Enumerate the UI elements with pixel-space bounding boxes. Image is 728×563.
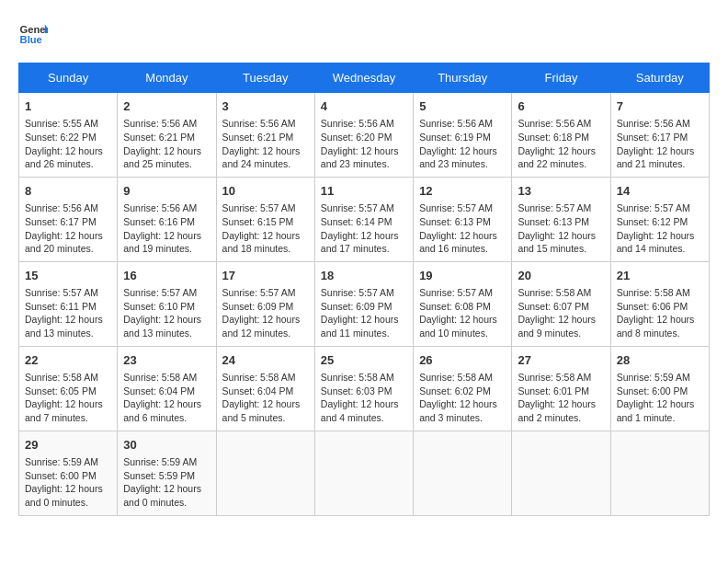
- calendar-cell: 19Sunrise: 5:57 AMSunset: 6:08 PMDayligh…: [414, 261, 512, 346]
- day-number: 30: [123, 437, 210, 454]
- day-info-line: Sunset: 6:21 PM: [222, 131, 309, 144]
- day-info-line: Sunrise: 5:57 AM: [617, 201, 703, 215]
- day-header-tuesday: Tuesday: [216, 63, 314, 93]
- day-info-line: Sunrise: 5:59 AM: [123, 455, 210, 469]
- day-info-line: Sunset: 6:16 PM: [123, 215, 210, 229]
- day-number: 6: [518, 98, 604, 115]
- calendar-week-2: 8Sunrise: 5:56 AMSunset: 6:17 PMDaylight…: [19, 177, 710, 261]
- day-number: 2: [123, 98, 210, 115]
- calendar-cell: 11Sunrise: 5:57 AMSunset: 6:14 PMDayligh…: [314, 177, 413, 261]
- calendar-cell: 14Sunrise: 5:57 AMSunset: 6:12 PMDayligh…: [610, 177, 709, 261]
- day-info-line: Daylight: 12 hours: [123, 313, 210, 327]
- day-info-line: and 13 minutes.: [123, 327, 210, 340]
- day-info-line: Daylight: 12 hours: [419, 313, 506, 327]
- calendar-week-1: 1Sunrise: 5:55 AMSunset: 6:22 PMDaylight…: [19, 93, 710, 178]
- day-info-line: Daylight: 12 hours: [617, 144, 703, 158]
- day-info-line: Sunset: 6:00 PM: [617, 385, 703, 398]
- calendar-cell: 3Sunrise: 5:56 AMSunset: 6:21 PMDaylight…: [216, 93, 314, 178]
- day-info-line: Sunrise: 5:58 AM: [419, 371, 506, 385]
- day-number: 28: [617, 352, 703, 369]
- day-info-line: Sunset: 6:12 PM: [617, 215, 703, 229]
- calendar-cell: 10Sunrise: 5:57 AMSunset: 6:15 PMDayligh…: [216, 177, 314, 261]
- calendar-cell: [414, 431, 512, 515]
- day-info-line: and 7 minutes.: [25, 411, 111, 425]
- day-info-line: and 23 minutes.: [419, 157, 506, 171]
- day-info-line: Daylight: 12 hours: [321, 229, 407, 243]
- day-info-line: and 0 minutes.: [123, 496, 210, 510]
- day-number: 20: [518, 268, 604, 284]
- day-number: 21: [617, 268, 703, 284]
- day-info-line: and 20 minutes.: [25, 242, 111, 256]
- calendar-cell: 7Sunrise: 5:56 AMSunset: 6:17 PMDaylight…: [610, 93, 709, 178]
- day-info-line: Sunrise: 5:58 AM: [518, 371, 604, 385]
- day-info-line: and 0 minutes.: [25, 496, 111, 510]
- day-info-line: Daylight: 12 hours: [25, 229, 111, 243]
- calendar-cell: 2Sunrise: 5:56 AMSunset: 6:21 PMDaylight…: [118, 93, 216, 178]
- day-info-line: Sunset: 6:14 PM: [321, 215, 407, 229]
- day-info-line: and 4 minutes.: [321, 411, 407, 425]
- calendar-cell: 29Sunrise: 5:59 AMSunset: 6:00 PMDayligh…: [19, 431, 118, 515]
- calendar-cell: 26Sunrise: 5:58 AMSunset: 6:02 PMDayligh…: [414, 346, 512, 431]
- day-header-sunday: Sunday: [19, 63, 118, 93]
- day-info-line: Daylight: 12 hours: [617, 397, 703, 411]
- calendar-week-3: 15Sunrise: 5:57 AMSunset: 6:11 PMDayligh…: [19, 261, 710, 346]
- calendar-cell: 20Sunrise: 5:58 AMSunset: 6:07 PMDayligh…: [512, 261, 610, 346]
- day-info-line: and 16 minutes.: [419, 242, 506, 256]
- day-info-line: Sunset: 6:04 PM: [222, 385, 309, 398]
- day-number: 22: [25, 352, 111, 369]
- day-info-line: Sunset: 6:21 PM: [123, 131, 210, 144]
- day-info-line: Sunset: 6:20 PM: [321, 131, 407, 144]
- day-info-line: Sunset: 6:05 PM: [25, 385, 111, 398]
- day-info-line: Daylight: 12 hours: [123, 229, 210, 243]
- day-info-line: Sunset: 6:11 PM: [25, 300, 111, 314]
- day-info-line: Daylight: 12 hours: [419, 229, 506, 243]
- day-info-line: Daylight: 12 hours: [222, 229, 309, 243]
- day-number: 24: [222, 352, 309, 369]
- day-info-line: and 24 minutes.: [222, 157, 309, 171]
- day-number: 9: [123, 183, 210, 200]
- day-info-line: Daylight: 12 hours: [123, 482, 210, 496]
- day-info-line: and 2 minutes.: [518, 411, 604, 425]
- day-info-line: Daylight: 12 hours: [419, 397, 506, 411]
- day-number: 1: [25, 98, 111, 115]
- day-info-line: Sunrise: 5:56 AM: [25, 201, 111, 215]
- day-info-line: Sunset: 6:06 PM: [617, 300, 703, 314]
- day-number: 27: [518, 352, 604, 369]
- day-info-line: Sunrise: 5:56 AM: [419, 117, 506, 131]
- calendar-cell: 23Sunrise: 5:58 AMSunset: 6:04 PMDayligh…: [118, 346, 216, 431]
- day-info-line: Sunset: 6:15 PM: [222, 215, 309, 229]
- day-number: 10: [222, 183, 309, 200]
- logo-icon: General Blue: [18, 18, 48, 48]
- day-info-line: Sunset: 6:08 PM: [419, 300, 506, 314]
- day-info-line: Sunset: 6:03 PM: [321, 385, 407, 398]
- day-info-line: and 18 minutes.: [222, 242, 309, 256]
- day-info-line: and 8 minutes.: [617, 327, 703, 340]
- day-info-line: and 11 minutes.: [321, 327, 407, 340]
- day-info-line: Daylight: 12 hours: [518, 229, 604, 243]
- day-info-line: Daylight: 12 hours: [617, 229, 703, 243]
- calendar-cell: [512, 431, 610, 515]
- day-info-line: Sunset: 6:04 PM: [123, 385, 210, 398]
- day-info-line: and 9 minutes.: [518, 327, 604, 340]
- calendar-cell: 8Sunrise: 5:56 AMSunset: 6:17 PMDaylight…: [19, 177, 118, 261]
- day-info-line: Daylight: 12 hours: [123, 397, 210, 411]
- day-info-line: and 21 minutes.: [617, 157, 703, 171]
- day-info-line: and 19 minutes.: [123, 242, 210, 256]
- day-info-line: and 26 minutes.: [25, 157, 111, 171]
- day-info-line: Sunset: 6:17 PM: [617, 131, 703, 144]
- calendar-cell: 27Sunrise: 5:58 AMSunset: 6:01 PMDayligh…: [512, 346, 610, 431]
- day-number: 23: [123, 352, 210, 369]
- day-info-line: Sunrise: 5:57 AM: [222, 201, 309, 215]
- day-info-line: Sunset: 6:13 PM: [419, 215, 506, 229]
- calendar-cell: 1Sunrise: 5:55 AMSunset: 6:22 PMDaylight…: [19, 93, 118, 178]
- calendar-cell: 28Sunrise: 5:59 AMSunset: 6:00 PMDayligh…: [610, 346, 709, 431]
- day-info-line: Daylight: 12 hours: [321, 144, 407, 158]
- day-info-line: Sunset: 6:22 PM: [25, 131, 111, 144]
- calendar-cell: 12Sunrise: 5:57 AMSunset: 6:13 PMDayligh…: [414, 177, 512, 261]
- day-number: 11: [321, 183, 407, 200]
- day-info-line: Daylight: 12 hours: [518, 397, 604, 411]
- day-number: 26: [419, 352, 506, 369]
- day-info-line: Sunrise: 5:57 AM: [321, 286, 407, 300]
- day-info-line: Sunset: 6:01 PM: [518, 385, 604, 398]
- day-info-line: Sunrise: 5:56 AM: [123, 201, 210, 215]
